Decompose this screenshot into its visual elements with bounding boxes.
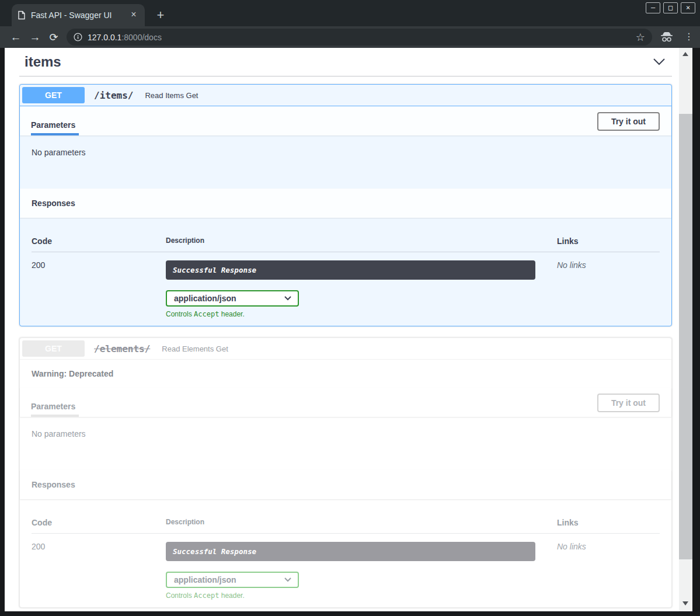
parameters-body: No parameters [20, 135, 671, 189]
endpoint-summary-items[interactable]: GET /items/ Read Items Get [20, 85, 671, 106]
responses-table-head: Code Description Links [32, 229, 660, 252]
responses-title: Responses [32, 199, 75, 208]
page-favicon-icon [18, 11, 26, 20]
opblock-get-elements: GET /elements/ Read Elements Get Warning… [19, 337, 672, 608]
col-description: Description [166, 236, 557, 246]
col-description: Description [166, 518, 557, 527]
endpoint-summary-elements[interactable]: GET /elements/ Read Elements Get [20, 338, 671, 360]
page-content: items GET /items/ Read Items Get Paramet… [5, 48, 679, 611]
window-controls: — □ × [646, 2, 695, 13]
parameters-body: No parameters [20, 417, 671, 470]
accept-header-note: Controls Accept header. [166, 591, 557, 600]
method-badge: GET [22, 87, 85, 103]
url-text[interactable]: 127.0.0.1:8000/docs [88, 33, 636, 42]
media-type-select[interactable]: application/json [166, 572, 299, 588]
col-links: Links [557, 518, 660, 527]
site-info-icon[interactable] [74, 33, 82, 41]
response-row: 200 Successful Response application/json… [32, 252, 660, 318]
section-title: items [25, 54, 61, 70]
links-value: No links [557, 542, 660, 600]
tab-close-icon[interactable]: × [128, 10, 139, 20]
close-button[interactable]: × [681, 2, 695, 13]
col-links: Links [557, 236, 660, 246]
status-code: 200 [32, 260, 166, 318]
col-code: Code [32, 236, 166, 246]
maximize-button[interactable]: □ [663, 2, 678, 13]
minimize-button[interactable]: — [646, 2, 660, 13]
back-icon[interactable]: ← [7, 26, 25, 48]
parameters-title: Parameters [31, 120, 75, 130]
responses-title: Responses [32, 480, 75, 489]
media-type-value: application/json [174, 294, 236, 303]
browser-toolbar: ← → ⟳ 127.0.0.1:8000/docs ☆ ⋮ [0, 26, 700, 48]
media-type-value: application/json [174, 575, 236, 584]
new-tab-button[interactable]: + [153, 8, 168, 23]
parameters-header: Parameters Try it out [20, 106, 671, 135]
parameters-header: Parameters Try it out [20, 388, 671, 417]
response-description: Successful Response [173, 547, 256, 556]
opblock-get-items: GET /items/ Read Items Get Parameters Tr… [19, 84, 672, 326]
media-type-select[interactable]: application/json [166, 290, 299, 307]
responses-table: Code Description Links 200 Successful Re… [20, 218, 671, 326]
endpoint-path: /items/ [94, 90, 133, 101]
scrollbar-thumb[interactable] [679, 114, 692, 559]
endpoint-description: Read Items Get [145, 91, 198, 100]
no-parameters-text: No parameters [32, 429, 86, 438]
reload-icon[interactable]: ⟳ [45, 26, 62, 48]
response-description-block: Successful Response [166, 260, 535, 280]
deprecation-warning: Warning: Deprecated [20, 360, 671, 388]
page-scrollbar[interactable] [679, 48, 692, 611]
endpoint-description: Read Elements Get [162, 344, 228, 353]
response-description: Successful Response [173, 266, 256, 274]
links-value: No links [557, 260, 660, 318]
url-path: :8000/docs [121, 33, 162, 42]
try-it-out-button[interactable]: Try it out [597, 112, 660, 131]
no-parameters-text: No parameters [32, 148, 86, 157]
scroll-down-icon[interactable] [682, 601, 688, 605]
incognito-icon [660, 31, 674, 43]
col-code: Code [32, 518, 166, 527]
accept-header-note: Controls Accept header. [166, 310, 557, 318]
browser-menu-icon[interactable]: ⋮ [682, 30, 696, 44]
parameters-tab[interactable]: Parameters [31, 402, 79, 417]
method-badge: GET [22, 340, 85, 357]
response-row: 200 Successful Response application/json… [32, 534, 660, 600]
response-description-block: Successful Response [166, 542, 535, 561]
parameters-tab[interactable]: Parameters [31, 120, 79, 135]
responses-header: Responses [20, 189, 671, 218]
select-chevron-icon [284, 295, 292, 301]
browser-titlebar: Fast API - Swagger UI × + — □ × [0, 0, 700, 26]
endpoint-path: /elements/ [94, 343, 150, 354]
chevron-down-icon[interactable] [652, 57, 666, 67]
try-it-out-button[interactable]: Try it out [597, 394, 660, 412]
responses-table: Code Description Links 200 Successful Re… [20, 499, 671, 607]
url-host: 127.0.0.1 [88, 33, 121, 42]
select-chevron-icon [284, 577, 292, 583]
items-section-header[interactable]: items [19, 50, 672, 76]
tab-title: Fast API - Swagger UI [31, 11, 128, 20]
parameters-title: Parameters [31, 402, 75, 411]
forward-icon[interactable]: → [26, 26, 44, 48]
responses-table-head: Code Description Links [32, 511, 660, 534]
status-code: 200 [32, 542, 166, 600]
address-bar[interactable]: 127.0.0.1:8000/docs ☆ [67, 29, 652, 46]
scroll-up-icon[interactable] [682, 52, 688, 56]
bookmark-star-icon[interactable]: ☆ [636, 32, 645, 43]
browser-tab[interactable]: Fast API - Swagger UI × [12, 4, 145, 26]
responses-header: Responses [20, 470, 671, 499]
